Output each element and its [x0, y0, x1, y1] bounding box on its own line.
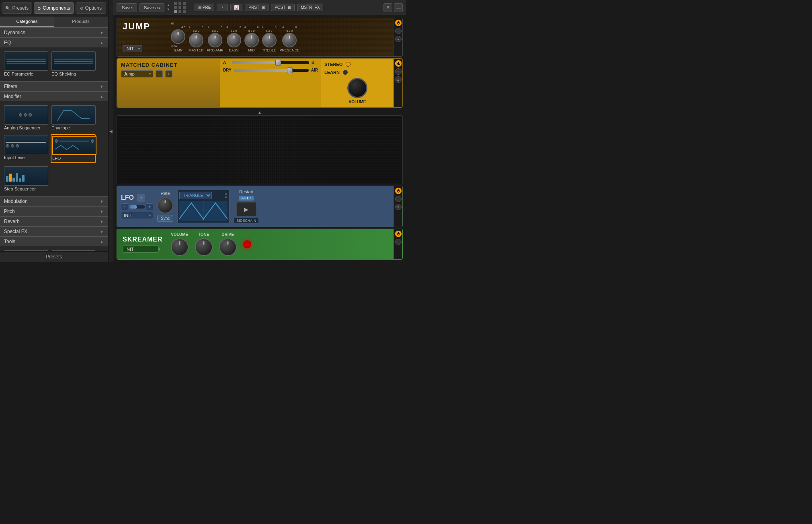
cabinet-minus-btn[interactable]: −: [156, 70, 163, 78]
skreamer-tone-knob[interactable]: [195, 238, 213, 256]
lfo-title-row: LFO ✛: [121, 194, 153, 202]
component-lfo[interactable]: LFO: [51, 134, 96, 163]
component-analog-sequencer[interactable]: Analog Sequencer: [3, 104, 48, 132]
treble-knob[interactable]: [262, 33, 277, 47]
lfo-plus-btn[interactable]: +: [146, 203, 153, 210]
bass-knob[interactable]: [227, 33, 241, 47]
lfo-move-icon[interactable]: ✛: [137, 194, 145, 202]
component-step-sequencer[interactable]: Step Sequencer: [3, 166, 48, 193]
lfo-restart-play-btn[interactable]: ▶: [236, 202, 256, 216]
component-envelope[interactable]: Envelope: [51, 104, 96, 132]
cabinet-volume-knob[interactable]: [347, 78, 367, 98]
tab-components[interactable]: ⊙ Components: [34, 2, 74, 14]
cabinet-minus-btn[interactable]: −: [395, 68, 402, 75]
scroll-down-arrow[interactable]: ▼: [167, 8, 170, 12]
cabinet-right: STEREO LEARN VOLUME: [321, 59, 394, 107]
mstr-btn[interactable]: MSTR FX: [297, 4, 323, 11]
section-modifier[interactable]: Modifier ▲: [0, 91, 108, 101]
section-dynamics[interactable]: Dynamics ▼: [0, 27, 108, 37]
sub-tab-products[interactable]: Products: [54, 16, 108, 27]
close-button[interactable]: ✕: [383, 3, 392, 12]
cabinet-expand-btn[interactable]: ▲: [395, 76, 402, 83]
preamp-knob[interactable]: [208, 33, 222, 47]
tab-options[interactable]: ⊙ Options: [76, 2, 106, 14]
minimize-button[interactable]: —: [394, 3, 403, 12]
divider-arrow[interactable]: ▲: [117, 109, 403, 115]
cabinet-side-controls: ⏻ − ▲: [394, 59, 402, 107]
tools-arrow: ▲: [100, 239, 104, 244]
lfo-sync-btn[interactable]: Sync: [157, 215, 173, 222]
wave-down-arrow[interactable]: ▼: [224, 196, 228, 200]
tuner-btn[interactable]: ⋮: [217, 4, 228, 11]
cabinet-power-btn[interactable]: ⏻: [395, 60, 402, 67]
lfo-wave-type-select[interactable]: TRIANGLE: [179, 192, 212, 199]
post-btn[interactable]: POST ⊞: [271, 4, 295, 11]
component-crossover[interactable]: CrossOver: [51, 250, 96, 251]
mid-knob[interactable]: [244, 33, 259, 47]
jump-expand-btn[interactable]: ▲: [395, 36, 402, 42]
master-knob[interactable]: [189, 33, 203, 47]
pre-btn[interactable]: ⊞ PRE: [195, 4, 215, 11]
section-tools[interactable]: Tools ▲: [0, 236, 108, 246]
wave-up-arrow[interactable]: ▲: [224, 192, 228, 196]
lfo-minus-side-btn[interactable]: −: [395, 196, 402, 202]
eq-content: EQ Parametric EQ Shelving: [0, 47, 108, 81]
skreamer-drive-knob[interactable]: [219, 238, 237, 256]
amp-grill-area: [117, 115, 403, 184]
jump-init-select-wrap[interactable]: INIT ▼: [123, 45, 142, 52]
tab-presets[interactable]: 🔍 Presets: [2, 2, 32, 14]
component-container[interactable]: Container: [3, 250, 48, 251]
cabinet-plus-btn[interactable]: +: [165, 70, 172, 78]
chart-btn[interactable]: 📊: [230, 4, 242, 11]
lfo-sidechain-btn[interactable]: SIDECHAIN: [234, 218, 259, 223]
bottom-presets[interactable]: Presets: [0, 251, 108, 262]
save-button[interactable]: Save: [117, 3, 137, 12]
cabinet-select-wrap[interactable]: Jump ▼: [121, 70, 153, 78]
section-eq[interactable]: EQ ▲: [0, 37, 108, 47]
scroll-up-arrow[interactable]: ▲: [167, 3, 170, 7]
skreamer-minus-btn[interactable]: −: [395, 239, 402, 245]
cabinet-preset-select[interactable]: Jump: [121, 70, 153, 78]
lfo-wave-area: TRIANGLE ▲ ▼: [177, 190, 230, 223]
lfo-init-select[interactable]: INIT: [121, 212, 153, 219]
presence-knob[interactable]: [282, 33, 297, 47]
component-input-level[interactable]: Input Level: [3, 134, 48, 163]
skreamer-led[interactable]: [243, 240, 251, 248]
lfo-depth-slider[interactable]: [129, 205, 145, 209]
skreamer-power-btn[interactable]: ⏻: [395, 231, 402, 237]
learn-led[interactable]: [343, 70, 348, 75]
lfo-select-row[interactable]: INIT ▼: [121, 212, 153, 219]
panel-collapse-handle[interactable]: ◀: [109, 0, 113, 262]
gain-knob[interactable]: [171, 29, 185, 44]
section-modulation[interactable]: Modulation ▼: [0, 196, 108, 206]
component-eq-shelving[interactable]: EQ Shelving: [51, 51, 96, 78]
jump-minus-btn[interactable]: −: [395, 28, 402, 34]
panel-scroll[interactable]: Dynamics ▼ EQ ▲ EQ Parametric: [0, 27, 108, 251]
cabinet-ab-track[interactable]: [232, 61, 309, 64]
sub-tab-categories[interactable]: Categories: [0, 16, 54, 27]
scroll-arrows[interactable]: ▲ ▼: [167, 3, 170, 12]
skreamer-volume-knob[interactable]: [171, 238, 189, 256]
section-reverb[interactable]: Reverb ▼: [0, 216, 108, 226]
section-pitch[interactable]: Pitch ▼: [0, 206, 108, 216]
lfo-auto-btn[interactable]: AUTO: [239, 196, 254, 201]
jump-init-select[interactable]: INIT: [123, 45, 142, 52]
section-filters[interactable]: Filters ▼: [0, 81, 108, 91]
save-as-button[interactable]: Save as: [139, 3, 164, 12]
lfo-down-btn[interactable]: ▼: [395, 204, 402, 210]
section-special-fx[interactable]: Special FX ▼: [0, 226, 108, 236]
jump-power-btn[interactable]: ⏻: [395, 20, 402, 26]
lfo-rate-knob[interactable]: [157, 197, 173, 213]
cabinet-dry-track[interactable]: [234, 69, 309, 72]
stereo-led[interactable]: [346, 62, 351, 67]
skreamer-select-wrap[interactable]: INIT ▼: [123, 246, 163, 253]
components-icon: ⊙: [37, 6, 41, 10]
skreamer-knobs: VOLUME TONE DRIVE: [171, 232, 251, 256]
skreamer-init-select[interactable]: INIT: [123, 246, 159, 253]
lfo-power-btn[interactable]: ⏻: [395, 188, 402, 194]
prst-btn[interactable]: PRST ⊞: [245, 4, 269, 11]
svg-marker-2: [202, 219, 205, 220]
component-eq-parametric[interactable]: EQ Parametric: [3, 51, 48, 78]
lfo-minus-btn[interactable]: −: [121, 203, 128, 210]
eq-shelving-thumb: [51, 51, 96, 71]
